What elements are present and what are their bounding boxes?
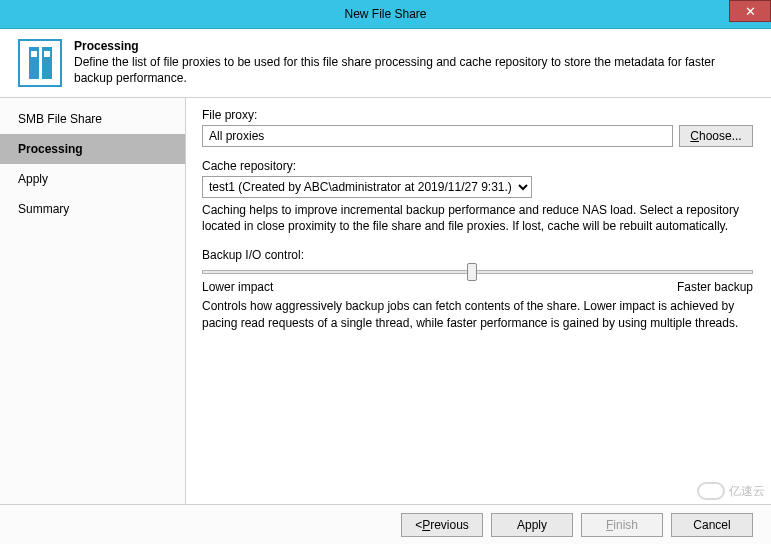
cache-help-text: Caching helps to improve incremental bac… bbox=[202, 202, 753, 234]
step-apply[interactable]: Apply bbox=[0, 164, 185, 194]
finish-accesskey: F bbox=[606, 518, 613, 532]
step-summary[interactable]: Summary bbox=[0, 194, 185, 224]
window-title: New File Share bbox=[344, 7, 426, 21]
watermark-text: 亿速云 bbox=[729, 483, 765, 500]
titlebar: New File Share ✕ bbox=[0, 0, 771, 29]
previous-accesskey: P bbox=[422, 518, 430, 532]
slider-low-label: Lower impact bbox=[202, 280, 273, 294]
wizard-footer: < Previous Apply Finish Cancel bbox=[0, 504, 771, 544]
cache-repository-label: Cache repository: bbox=[202, 159, 753, 173]
slider-thumb[interactable] bbox=[467, 263, 477, 281]
header-description: Define the list of file proxies to be us… bbox=[74, 55, 757, 86]
wizard-header: Processing Define the list of file proxi… bbox=[0, 29, 771, 98]
step-processing[interactable]: Processing bbox=[0, 134, 185, 164]
file-proxy-input[interactable] bbox=[202, 125, 673, 147]
previous-prefix: < bbox=[415, 518, 422, 532]
slider-high-label: Faster backup bbox=[677, 280, 753, 294]
io-help-text: Controls how aggressively backup jobs ca… bbox=[202, 298, 753, 330]
wizard-steps-sidebar: SMB File Share Processing Apply Summary bbox=[0, 98, 186, 517]
header-text: Processing Define the list of file proxi… bbox=[62, 39, 757, 87]
cancel-button[interactable]: Cancel bbox=[671, 513, 753, 537]
finish-rest: inish bbox=[613, 518, 638, 532]
file-share-icon bbox=[18, 39, 62, 87]
backup-io-label: Backup I/O control: bbox=[202, 248, 753, 262]
file-proxy-label: File proxy: bbox=[202, 108, 753, 122]
apply-button[interactable]: Apply bbox=[491, 513, 573, 537]
slider-track bbox=[202, 270, 753, 274]
backup-io-slider[interactable] bbox=[202, 270, 753, 274]
choose-label-rest: hoose... bbox=[699, 129, 742, 143]
previous-button[interactable]: < Previous bbox=[401, 513, 483, 537]
watermark: 亿速云 bbox=[697, 482, 765, 500]
cache-repository-select[interactable]: test1 (Created by ABC\administrator at 2… bbox=[202, 176, 532, 198]
choose-button[interactable]: Choose... bbox=[679, 125, 753, 147]
close-button[interactable]: ✕ bbox=[729, 0, 771, 22]
header-title: Processing bbox=[74, 39, 757, 53]
step-smb-file-share[interactable]: SMB File Share bbox=[0, 104, 185, 134]
finish-button: Finish bbox=[581, 513, 663, 537]
previous-rest: revious bbox=[430, 518, 469, 532]
wizard-content: File proxy: Choose... Cache repository: … bbox=[186, 98, 771, 517]
close-icon: ✕ bbox=[745, 4, 756, 19]
wizard-body: SMB File Share Processing Apply Summary … bbox=[0, 98, 771, 517]
cloud-icon bbox=[697, 482, 725, 500]
choose-accesskey: C bbox=[690, 129, 699, 143]
